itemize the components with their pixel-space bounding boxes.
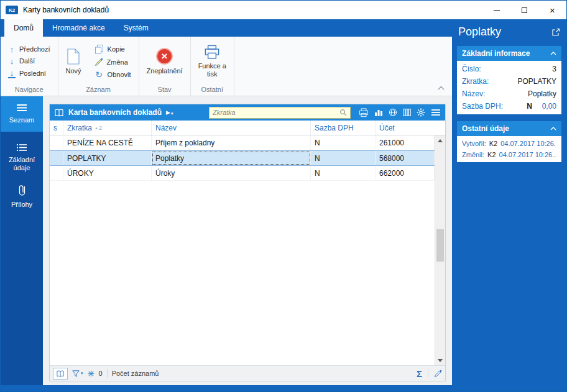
chevron-up-icon <box>438 86 445 90</box>
previous-button[interactable]: ↑ Předchozí <box>6 45 53 54</box>
sidebar-item-prilohy[interactable]: Přílohy <box>1 178 43 214</box>
tab-hromadne-akce[interactable]: Hromadné akce <box>43 19 114 37</box>
chevron-up-icon <box>550 52 556 55</box>
minimize-button[interactable] <box>482 1 510 19</box>
window-title: Karty bankovních dokladů <box>23 6 109 14</box>
frozen-count: 0 <box>99 370 103 377</box>
table-row-selected[interactable]: POPLATKY Poplatky N 568000 <box>50 150 435 166</box>
window-controls: × <box>482 1 566 19</box>
section-header-basic-info[interactable]: Základní informace <box>457 46 561 61</box>
titlebar: K2 Karty bankovních dokladů × <box>1 1 566 19</box>
filter-button[interactable]: ▾ <box>72 370 83 377</box>
field-value: N <box>527 102 532 111</box>
field-sazba-dph: Sazba DPH: N 0,00 <box>457 100 561 112</box>
new-button[interactable]: Nový <box>61 47 86 76</box>
printer-icon <box>204 45 220 60</box>
scroll-down-button[interactable] <box>435 355 445 365</box>
gear-icon[interactable] <box>417 108 425 117</box>
section-basic-info: Základní informace Číslo: 3 Zkratka: POP… <box>457 46 561 114</box>
field-label: Vytvořil: <box>462 140 486 147</box>
arrow-down-icon: ↓ <box>8 57 16 65</box>
sum-button[interactable]: Σ <box>417 369 422 378</box>
book-view-button[interactable] <box>53 368 68 380</box>
sidebar-item-zakladni-udaje[interactable]: Základní údaje <box>1 137 43 178</box>
search-input[interactable] <box>213 109 337 116</box>
copy-button[interactable]: Kopie <box>92 44 134 55</box>
group-label-navigace: Navigace <box>1 84 58 96</box>
pencil-icon <box>94 58 103 66</box>
scroll-thumb[interactable] <box>436 229 444 262</box>
grid-menu-icon[interactable] <box>431 109 441 116</box>
tab-system[interactable]: Systém <box>114 19 158 37</box>
list-icon <box>16 144 27 152</box>
chart-icon[interactable] <box>374 109 383 117</box>
detail-panel-title: Poplatky <box>458 25 501 39</box>
field-value: POPLATKY <box>518 77 556 86</box>
undock-button[interactable] <box>551 28 560 37</box>
next-button[interactable]: ↓ Další <box>6 57 53 66</box>
row-state-cell <box>50 135 63 150</box>
row-state-cell <box>50 151 63 165</box>
functions-print-button[interactable]: Funkce atisk <box>193 43 231 79</box>
change-button[interactable]: Změna <box>92 57 134 67</box>
columns-icon[interactable] <box>403 109 411 116</box>
column-header-s[interactable]: s <box>50 121 63 135</box>
table-row[interactable]: PENÍZE NA CESTĚ Příjem z pokladny N 2610… <box>50 135 435 150</box>
print-icon[interactable] <box>359 108 369 117</box>
sort-order-number: 2 <box>99 125 102 131</box>
ribbon-group-zaznam: Nový Kopie <box>58 37 139 96</box>
divider <box>428 369 428 378</box>
search-box <box>209 107 351 119</box>
ribbon-group-navigace: ↑ Předchozí ↓ Další ↓ Poslední <box>1 37 58 96</box>
cell-sazba-dph: N <box>311 135 376 150</box>
section-title: Základní informace <box>462 49 530 58</box>
ribbon-tabstrip: Domů Hromadné akce Systém <box>1 19 452 37</box>
field-nazev: Název: Poplatky <box>457 88 561 100</box>
cell-sazba-dph: N <box>311 151 376 165</box>
section-header-other-info[interactable]: Ostatní údaje <box>457 121 561 136</box>
ribbon-collapse-button[interactable] <box>438 81 445 93</box>
window-frame-bottom <box>1 385 452 391</box>
tab-domu[interactable]: Domů <box>4 19 43 37</box>
search-icon[interactable] <box>339 109 347 116</box>
maximize-icon <box>522 7 527 13</box>
table-column-header: s Zkratka ▲ 2 Název Sazba DPH Účet <box>50 121 445 135</box>
previous-label: Předchozí <box>19 45 50 53</box>
row-state-cell <box>50 166 63 180</box>
cell-zkratka: PENÍZE NA CESTĚ <box>63 135 152 150</box>
ribbon-group-stav: × Zneplatnění Stav <box>139 37 191 96</box>
app-window: K2 Karty bankovních dokladů × Domů Hroma… <box>0 0 567 392</box>
column-header-nazev[interactable]: Název <box>152 121 311 135</box>
close-button[interactable]: × <box>538 1 566 19</box>
functions-print-label: Funkce atisk <box>198 62 226 78</box>
table-body: PENÍZE NA CESTĚ Příjem z pokladny N 2610… <box>50 135 445 365</box>
invalidate-button[interactable]: × Zneplatnění <box>142 47 188 76</box>
cell-nazev-focused: Poplatky <box>152 151 311 165</box>
scroll-up-button[interactable] <box>435 135 445 145</box>
cell-nazev: Úroky <box>152 166 311 180</box>
column-header-ucet[interactable]: Účet <box>376 121 445 135</box>
divider <box>107 369 108 378</box>
field-value: K2 <box>487 151 496 158</box>
caret-down-icon: ▾ <box>81 371 83 376</box>
last-button[interactable]: ↓ Poslední <box>6 68 53 79</box>
table-row[interactable]: ÚROKY Úroky N 662000 <box>50 166 435 181</box>
edit-button[interactable] <box>434 370 442 378</box>
field-cislo: Číslo: 3 <box>457 63 561 75</box>
vertical-scrollbar[interactable] <box>435 135 445 365</box>
sidebar-item-seznam[interactable]: Seznam <box>1 96 43 132</box>
refresh-icon: ↻ <box>94 70 104 79</box>
field-zmenil: Změnil: K2 04.07.2017 10:26... <box>457 149 561 160</box>
column-header-zkratka[interactable]: Zkratka ▲ 2 <box>63 121 152 135</box>
paperclip-icon <box>18 184 26 196</box>
scroll-track[interactable] <box>435 145 445 355</box>
app-icon: K2 <box>6 6 18 14</box>
cell-zkratka: POPLATKY <box>63 151 152 165</box>
refresh-button[interactable]: ↻ Obnovit <box>92 70 134 80</box>
freeze-button[interactable] <box>88 370 94 377</box>
web-icon[interactable] <box>389 108 397 117</box>
book-dropdown-button[interactable]: ▶▾ <box>166 110 173 116</box>
column-header-sazba-dph[interactable]: Sazba DPH <box>311 121 376 135</box>
maximize-button[interactable] <box>510 1 538 19</box>
change-label: Změna <box>107 58 128 66</box>
